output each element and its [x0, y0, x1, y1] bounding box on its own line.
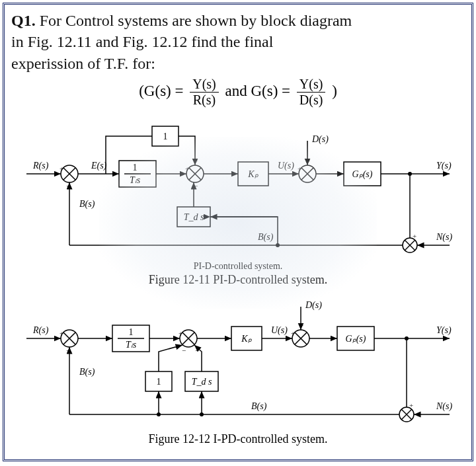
int2-den: Tᵢs [126, 340, 137, 350]
tf-formula: (G(s) = Y(s) R(s) and G(s) = Y(s) D(s) ) [11, 77, 465, 108]
sig-D2: D(s) [305, 300, 322, 311]
one2-label: 1 [157, 377, 161, 387]
formula-mid: and G(s) = [225, 83, 291, 99]
sig-Bfb2: B(s) [79, 367, 95, 377]
td-label: T_d s [184, 212, 204, 222]
sig-R2: R(s) [32, 325, 49, 336]
svg-text:+: + [413, 232, 416, 240]
int-den: Tᵢs [130, 175, 141, 185]
question-label: Q1. [11, 12, 36, 29]
frac2-num: Y(s) [297, 77, 326, 93]
svg-text:−: − [182, 346, 186, 354]
sig-B2: B(s) [251, 401, 267, 412]
svg-text:+: + [60, 329, 63, 337]
svg-text:+: + [306, 157, 310, 165]
svg-text:+: + [185, 165, 189, 173]
figure-12-11: R(s) +− E(s) 1 Tᵢs ++− 1 T_d s Kₚ U(s) [13, 114, 463, 260]
svg-text:+: + [291, 329, 295, 337]
int-num: 1 [133, 163, 138, 173]
gp2-label: Gₚ(s) [346, 334, 366, 344]
sig-U: U(s) [278, 161, 294, 171]
sig-N2: N(s) [436, 401, 452, 412]
sig-E: E(s) [91, 161, 107, 171]
svg-text:−: − [194, 182, 198, 190]
formula-lead: (G(s) = [139, 83, 183, 99]
sig-Bfb: B(s) [79, 199, 95, 210]
fig2-caption: Figure 12-12 I-PD-controlled system. [11, 432, 465, 446]
sig-Y2: Y(s) [436, 325, 452, 336]
int2-num: 1 [129, 327, 134, 337]
td2-label: T_d s [192, 377, 212, 387]
question-line1: For Control systems are shown by block d… [40, 12, 352, 29]
sig-D: D(s) [311, 134, 329, 145]
kp2-label: Kₚ [241, 334, 251, 344]
frac2-den: D(s) [297, 93, 326, 108]
sig-R: R(s) [32, 161, 49, 171]
question-line2: in Fig. 12.11 and Fig. 12.12 find the fi… [11, 33, 273, 50]
one-label: 1 [163, 132, 168, 141]
svg-text:+: + [178, 329, 182, 337]
svg-text:+: + [299, 321, 303, 329]
svg-text:+: + [60, 165, 63, 173]
fraction-yd: Y(s) D(s) [297, 77, 326, 108]
question-line3: experission of T.F. for: [11, 55, 155, 72]
figure-12-12: R(s) +− 1 Tᵢs +−− Kₚ U(s) ++ D(s) Gₚ(s) … [13, 292, 463, 431]
sig-N: N(s) [436, 232, 452, 243]
fig1-subcaption: PI-D-controlled system. [11, 261, 465, 272]
question-text: Q1. For Control systems are shown by blo… [11, 10, 465, 74]
sig-Y: Y(s) [436, 161, 452, 171]
sig-U2: U(s) [271, 325, 288, 336]
sig-B: B(s) [258, 232, 274, 243]
frac1-num: Y(s) [190, 77, 219, 93]
frac1-den: R(s) [190, 93, 219, 108]
gp-label: Gₚ(s) [352, 169, 373, 180]
svg-text:+: + [194, 157, 198, 165]
svg-text:+: + [298, 165, 301, 173]
kp-label: Kₚ [247, 169, 258, 179]
fraction-yr: Y(s) R(s) [190, 77, 219, 108]
formula-tail: ) [332, 83, 337, 99]
svg-text:+: + [409, 401, 413, 409]
fig1-caption: Figure 12-11 PI-D-controlled system. [11, 273, 465, 287]
page-frame: Q1. For Control systems are shown by blo… [3, 3, 473, 461]
